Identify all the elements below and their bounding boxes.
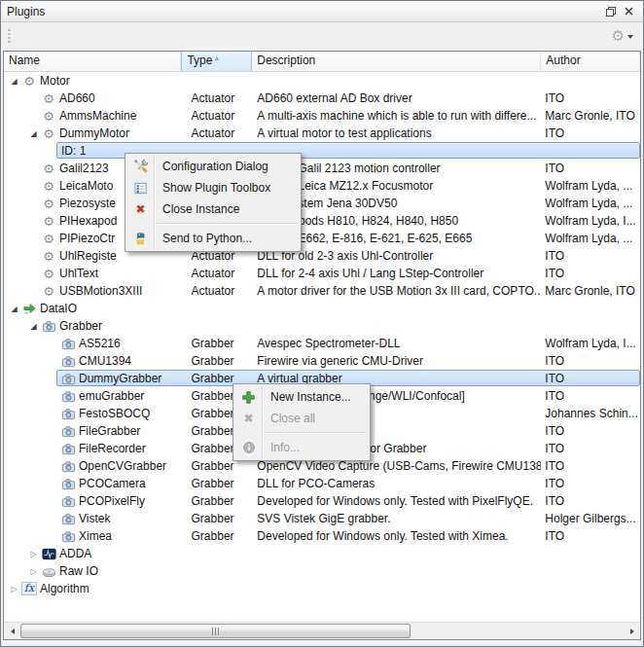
expander-closed-icon[interactable]: ▷ bbox=[27, 550, 40, 558]
cell-author: Marc Gronle, ITO bbox=[541, 284, 640, 298]
cell-author: Marc Gronle, ITO bbox=[541, 109, 640, 123]
cell-description: Avespec Spectrometer-DLL bbox=[252, 337, 541, 350]
tree-row-as5216[interactable]: AS5216GrabberAvespec Spectrometer-DLLWol… bbox=[4, 335, 640, 352]
scroll-right-button[interactable] bbox=[624, 623, 640, 639]
cell-description: AD660 external AD Box driver bbox=[252, 91, 541, 105]
column-header-name[interactable]: Name bbox=[4, 52, 181, 71]
tree-row-uhltext[interactable]: ⚙UhlTextActuatorDLL for 2-4 axis Uhl / L… bbox=[4, 265, 640, 282]
cell-author: ITO bbox=[541, 494, 640, 508]
row-name-label: AmmsMachine bbox=[59, 109, 136, 123]
gear-icon: ⚙ bbox=[20, 75, 38, 88]
menu-item-configuration-dialog[interactable]: Configuration Dialog bbox=[127, 156, 299, 177]
menu-item-close-all: ✖Close all bbox=[235, 408, 368, 429]
column-header-type[interactable]: Type▴ bbox=[181, 52, 252, 71]
table-header: NameType▴DescriptionAuthor bbox=[4, 52, 640, 72]
gear-icon: ⚙ bbox=[40, 233, 57, 245]
close-gray-icon: ✖ bbox=[235, 413, 262, 424]
column-header-label: Name bbox=[9, 54, 40, 67]
tree-row-dummymotor[interactable]: ◢⚙DummyMotorActuatorA virtual motor to t… bbox=[4, 125, 640, 142]
toolbar-drag-handle[interactable] bbox=[8, 29, 11, 45]
cell-type: Grabber bbox=[182, 459, 253, 473]
camera-icon bbox=[59, 337, 77, 351]
cell-name: ◢Grabber bbox=[4, 319, 181, 334]
scrollbar-thumb[interactable] bbox=[20, 624, 411, 638]
column-header-label: Description bbox=[257, 54, 315, 67]
tree-row-ammsmachine[interactable]: ⚙AmmsMachineActuatorA multi-axis machine… bbox=[4, 107, 640, 125]
cell-name: ◢⚙DummyMotor bbox=[4, 126, 181, 140]
gear-icon: ⚙ bbox=[40, 285, 57, 298]
expander-open-icon[interactable]: ◢ bbox=[8, 305, 20, 313]
menu-item-show-plugin-toolbox[interactable]: Show Plugin Toolbox bbox=[127, 177, 299, 198]
tree-row-raw-io[interactable]: ▷Raw IO bbox=[4, 562, 640, 580]
gear-icon: ⚙ bbox=[40, 268, 57, 280]
horizontal-scrollbar bbox=[4, 622, 640, 639]
tree-row-motor[interactable]: ◢⚙Motor bbox=[4, 72, 640, 90]
row-name-label: Vistek bbox=[79, 512, 110, 525]
tree-row-pcopixelfly[interactable]: PCOPixelFlyGrabberDeveloped for Windows … bbox=[4, 492, 640, 510]
tree-row-adda[interactable]: ▷ADDA bbox=[4, 545, 640, 562]
tree-row-pihexapod[interactable]: ⚙PIHexapodActuatorPI Hexapods H810, H824… bbox=[4, 212, 640, 230]
cell-name: FestoSBOCQ bbox=[4, 407, 182, 421]
camera-icon bbox=[40, 319, 57, 334]
cell-name: ⚙UhlText bbox=[4, 267, 181, 280]
tree-row-usbmotion3xiii[interactable]: ⚙USBMotion3XIIIActuatorA motor driver fo… bbox=[4, 282, 640, 300]
cell-name: CMU1394 bbox=[4, 354, 182, 369]
tree-row-cmu1394[interactable]: CMU1394GrabberFirewire via generic CMU-D… bbox=[4, 352, 640, 370]
cell-name: FileGrabber bbox=[4, 424, 182, 439]
cell-author: ITO bbox=[541, 372, 640, 385]
cell-description: DLL for 2-4 axis Uhl / Lang LStep-Contro… bbox=[252, 267, 541, 280]
cell-type: Grabber bbox=[182, 337, 253, 350]
expander-open-icon[interactable]: ◢ bbox=[27, 322, 40, 331]
tree-row-uhlregiste[interactable]: ⚙UhlRegisteActuatorDLL for old 2-3 axis … bbox=[4, 247, 640, 265]
menu-item-label: Show Plugin Toolbox bbox=[154, 181, 270, 195]
menu-separator bbox=[157, 223, 297, 225]
menu-item-send-to-python[interactable]: Send to Python... bbox=[127, 228, 299, 249]
expander-closed-icon[interactable]: ▷ bbox=[27, 567, 40, 576]
tree-row-grabber[interactable]: ◢Grabber bbox=[4, 317, 640, 335]
tree-row-piezosyste[interactable]: ⚙PiezosysteActuatorPiezosystem Jena 30DV… bbox=[4, 195, 640, 212]
cell-type: Grabber bbox=[182, 477, 253, 490]
gear-icon: ⚙ bbox=[40, 215, 57, 228]
expander-closed-icon[interactable]: ▷ bbox=[8, 585, 20, 593]
tree-row-pipiezoctr[interactable]: ⚙PIPiezoCtrActuatorDLL for E662, E-816, … bbox=[4, 230, 640, 247]
expander-open-icon[interactable]: ◢ bbox=[8, 77, 20, 86]
cell-name: OpenCVGrabber bbox=[4, 459, 182, 474]
cell-description: Firewire via generic CMU-Driver bbox=[252, 354, 541, 368]
settings-menu-button[interactable]: ⚙ bbox=[608, 27, 637, 46]
toolbox-icon bbox=[127, 181, 154, 196]
tree-row-galil2123[interactable]: ⚙Galil2123ActuatorDLL for Galil 2123 mot… bbox=[4, 160, 640, 177]
row-name-label: Algorithm bbox=[40, 582, 89, 595]
tree-row-ad660[interactable]: ⚙AD660ActuatorAD660 external AD Box driv… bbox=[4, 90, 640, 107]
row-name-label: LeicaMoto bbox=[59, 179, 113, 193]
column-header-author[interactable]: Author bbox=[541, 52, 640, 71]
cell-author: ITO bbox=[541, 529, 640, 543]
tree-row-algorithm[interactable]: ▷fxAlgorithm bbox=[4, 580, 640, 597]
menu-item-label: New Instance... bbox=[262, 390, 351, 404]
expander-open-icon[interactable]: ◢ bbox=[27, 129, 40, 138]
camera-icon bbox=[59, 459, 77, 474]
scrollbar-grip-icon bbox=[212, 628, 219, 635]
float-button[interactable] bbox=[602, 4, 620, 19]
row-name-label: PCOPixelFly bbox=[79, 494, 145, 508]
close-button[interactable] bbox=[620, 4, 637, 19]
tree-row-ximea[interactable]: XimeaGrabberDeveloped for Windows only. … bbox=[4, 527, 640, 545]
cell-description: A virtual motor to test applications bbox=[252, 126, 541, 140]
cell-name: ◢⚙Motor bbox=[4, 74, 181, 88]
column-header-description[interactable]: Description bbox=[252, 52, 541, 71]
camera-icon bbox=[59, 407, 77, 421]
tree-row-dataio[interactable]: ◢DataIO bbox=[4, 300, 640, 317]
menu-item-close-instance[interactable]: ✖Close Instance bbox=[127, 198, 299, 220]
tree-row-leicamoto[interactable]: ⚙LeicaMotoActuatorDLL for Leica MZ12.x F… bbox=[4, 177, 640, 195]
row-name-label: emuGrabber bbox=[79, 389, 144, 403]
row-name-label: UhlRegiste bbox=[59, 249, 117, 263]
row-name-label: CMU1394 bbox=[79, 354, 131, 368]
menu-item-label: Close Instance bbox=[154, 202, 239, 216]
menu-item-new-instance[interactable]: New Instance... bbox=[235, 386, 368, 408]
camera-icon bbox=[59, 354, 77, 369]
tree-row-vistek[interactable]: VistekGrabberSVS Vistek GigE grabber.Hol… bbox=[4, 510, 640, 527]
tree-row-id-1[interactable]: ID: 1 bbox=[4, 142, 640, 160]
scroll-left-button[interactable] bbox=[4, 623, 20, 639]
cell-name: PCOCamera bbox=[4, 477, 182, 491]
tree-row-pcocamera[interactable]: PCOCameraGrabberDLL for PCO-CamerasITO bbox=[4, 475, 640, 492]
row-name-label: FileGrabber bbox=[79, 424, 140, 438]
